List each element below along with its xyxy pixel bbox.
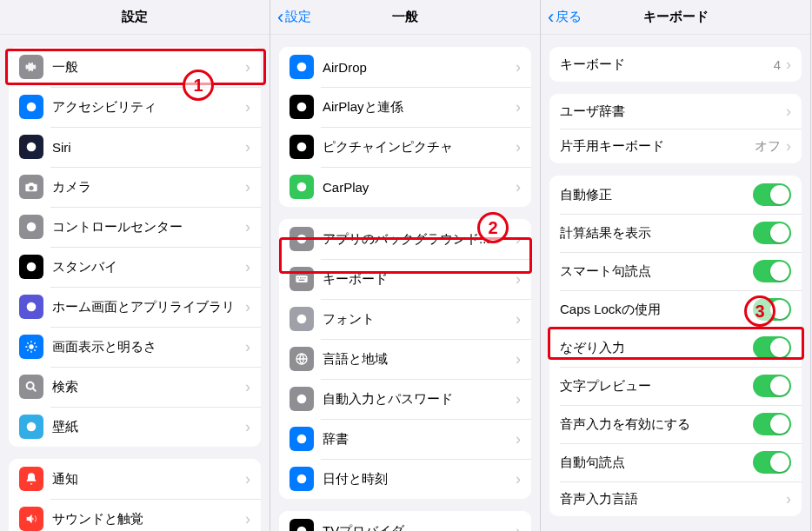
font-icon bbox=[290, 307, 314, 331]
chevron-right-icon: › bbox=[516, 311, 521, 327]
list-row[interactable]: スマート句読点 bbox=[549, 252, 802, 290]
row-label: なぞり入力 bbox=[560, 340, 753, 356]
chevron-left-icon: ‹ bbox=[277, 8, 283, 27]
list-row[interactable]: 壁紙› bbox=[9, 407, 261, 447]
list-row[interactable]: スタンバイ› bbox=[9, 247, 261, 287]
toggle-switch[interactable] bbox=[753, 298, 791, 321]
list-row[interactable]: ピクチャインピクチャ› bbox=[279, 127, 531, 167]
toggle-switch[interactable] bbox=[753, 183, 791, 206]
chevron-right-icon: › bbox=[516, 471, 521, 487]
list-row[interactable]: CarPlay› bbox=[279, 167, 531, 207]
header: 設定 bbox=[0, 0, 270, 35]
row-label: 一般 bbox=[52, 59, 245, 76]
settings-list: 一般›アクセシビリティ›Siri›カメラ›コントロールセンター›スタンバイ›ホー… bbox=[0, 35, 270, 531]
list-row[interactable]: ホーム画面とアプリライブラリ› bbox=[9, 287, 261, 327]
row-label: 検索 bbox=[52, 379, 245, 395]
settings-group: ユーザ辞書›片手用キーボードオフ› bbox=[549, 94, 802, 163]
toggle-switch[interactable] bbox=[753, 336, 791, 359]
row-label: キーボード bbox=[323, 271, 516, 288]
chevron-right-icon: › bbox=[245, 299, 250, 315]
row-label: 音声入力言語 bbox=[560, 491, 786, 508]
list-row[interactable]: キーボード4› bbox=[549, 47, 802, 82]
list-row[interactable]: TVプロバイダ› bbox=[279, 511, 531, 531]
back-label: 設定 bbox=[285, 9, 311, 25]
list-row[interactable]: キーボード› bbox=[279, 259, 531, 299]
row-label: 自動句読点 bbox=[560, 455, 753, 471]
camera-icon bbox=[19, 175, 43, 199]
general-list: AirDrop›AirPlayと連係›ピクチャインピクチャ›CarPlay›アプ… bbox=[270, 35, 540, 531]
row-label: スマート句読点 bbox=[560, 263, 753, 280]
row-label: Siri bbox=[52, 140, 245, 155]
list-row[interactable]: 辞書› bbox=[279, 419, 531, 459]
svg-point-0 bbox=[27, 103, 37, 112]
row-label: キーボード bbox=[560, 56, 774, 73]
svg-point-24 bbox=[297, 475, 307, 484]
svg-point-9 bbox=[297, 63, 307, 72]
list-row[interactable]: なぞり入力 bbox=[549, 329, 802, 367]
svg-point-11 bbox=[297, 143, 307, 152]
chevron-right-icon: › bbox=[516, 231, 521, 247]
list-row[interactable]: Siri› bbox=[9, 127, 261, 167]
list-row[interactable]: 検索› bbox=[9, 367, 261, 407]
homescreen-icon bbox=[19, 295, 43, 319]
row-label: 計算結果を表示 bbox=[560, 225, 753, 242]
list-row[interactable]: 一般› bbox=[9, 47, 261, 87]
svg-rect-16 bbox=[300, 277, 301, 278]
list-row[interactable]: 日付と時刻› bbox=[279, 459, 531, 499]
list-row[interactable]: フォント› bbox=[279, 299, 531, 339]
list-row[interactable]: 計算結果を表示 bbox=[549, 214, 802, 252]
row-label: 壁紙 bbox=[52, 419, 245, 435]
toggle-switch[interactable] bbox=[753, 222, 791, 244]
row-label: サウンドと触覚 bbox=[52, 511, 245, 528]
list-row[interactable]: 画面表示と明るさ› bbox=[9, 327, 261, 367]
toggle-switch[interactable] bbox=[753, 375, 791, 397]
toggle-switch[interactable] bbox=[753, 260, 791, 282]
list-row[interactable]: 自動修正 bbox=[549, 176, 802, 214]
chevron-right-icon: › bbox=[516, 523, 521, 531]
list-row[interactable]: 片手用キーボードオフ› bbox=[549, 129, 802, 163]
list-row[interactable]: 自動入力とパスワード› bbox=[279, 379, 531, 419]
list-row[interactable]: カメラ› bbox=[9, 167, 261, 207]
svg-point-22 bbox=[297, 395, 307, 404]
globe-icon bbox=[290, 347, 314, 371]
svg-point-25 bbox=[297, 527, 307, 531]
svg-point-1 bbox=[27, 143, 37, 152]
settings-group: 通知›サウンドと触覚›集中モード›スクリーンタイム› bbox=[9, 459, 261, 531]
chevron-right-icon: › bbox=[516, 99, 521, 115]
list-row[interactable]: 通知› bbox=[9, 459, 261, 499]
list-row[interactable]: サウンドと触覚› bbox=[9, 499, 261, 531]
list-row[interactable]: AirPlayと連係› bbox=[279, 87, 531, 127]
row-label: 通知 bbox=[52, 471, 245, 488]
list-row[interactable]: 音声入力を有効にする bbox=[549, 405, 802, 443]
chevron-right-icon: › bbox=[786, 491, 791, 507]
toggle-switch[interactable] bbox=[753, 413, 791, 435]
list-row[interactable]: 言語と地域› bbox=[279, 339, 531, 379]
list-row[interactable]: アプリのバックグラウンド...› bbox=[279, 219, 531, 259]
row-label: カメラ bbox=[52, 179, 245, 196]
svg-rect-14 bbox=[296, 275, 307, 282]
row-label: 画面表示と明るさ bbox=[52, 339, 245, 355]
search-icon bbox=[19, 375, 43, 399]
chevron-right-icon: › bbox=[245, 339, 250, 355]
chevron-right-icon: › bbox=[516, 271, 521, 287]
row-label: 自動修正 bbox=[560, 187, 753, 203]
list-row[interactable]: 音声入力言語› bbox=[549, 481, 802, 516]
list-row[interactable]: ユーザ辞書› bbox=[549, 94, 802, 129]
list-row[interactable]: コントロールセンター› bbox=[9, 207, 261, 247]
page-title: キーボード bbox=[643, 9, 709, 25]
autofill-icon bbox=[290, 387, 314, 411]
list-row[interactable]: AirDrop› bbox=[279, 47, 531, 87]
back-button[interactable]: ‹ 設定 bbox=[277, 8, 311, 27]
list-row[interactable]: アクセシビリティ› bbox=[9, 87, 261, 127]
standby-icon bbox=[19, 255, 43, 279]
toggle-switch[interactable] bbox=[753, 451, 791, 474]
list-row[interactable]: 文字プレビュー bbox=[549, 367, 802, 405]
list-row[interactable]: 自動句読点 bbox=[549, 443, 802, 481]
chevron-right-icon: › bbox=[245, 471, 250, 487]
svg-rect-19 bbox=[299, 280, 305, 281]
list-row[interactable]: Caps Lockの使用 bbox=[549, 290, 802, 329]
back-button[interactable]: ‹ 戻る bbox=[548, 8, 582, 27]
row-label: フォント bbox=[323, 311, 516, 328]
gear-icon bbox=[19, 55, 43, 79]
bell-icon bbox=[19, 467, 43, 491]
